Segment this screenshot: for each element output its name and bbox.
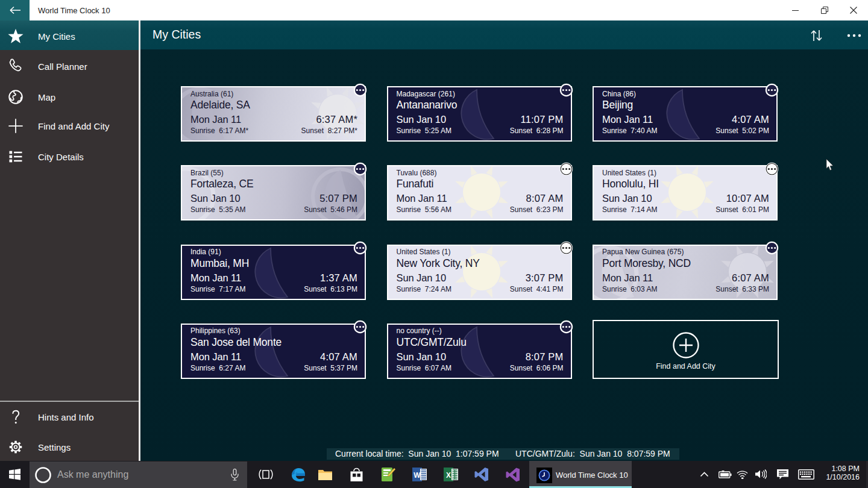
svg-text:W: W xyxy=(414,471,421,480)
svg-text:X: X xyxy=(446,471,451,480)
